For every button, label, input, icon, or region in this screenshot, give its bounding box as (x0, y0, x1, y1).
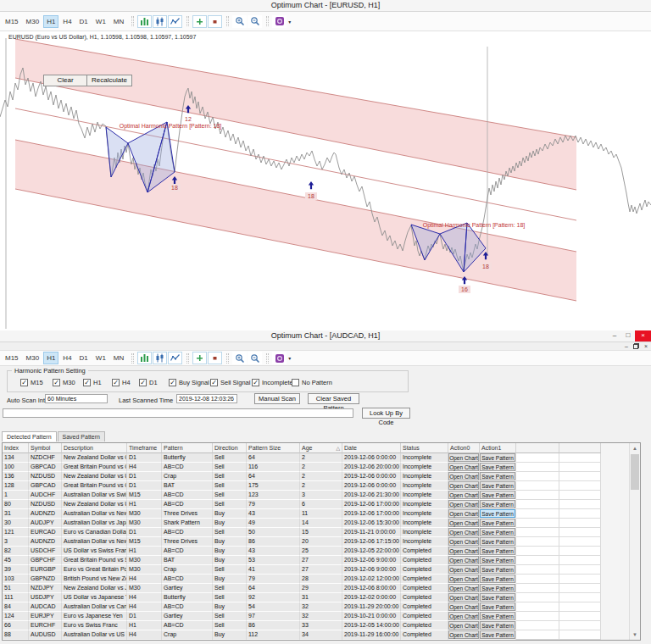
cell-index[interactable]: 103 (3, 575, 29, 584)
timeframe-button-d1[interactable]: D1 (76, 352, 92, 364)
cell-index[interactable]: 121 (3, 528, 29, 537)
cell-pattern-size[interactable]: 79 (247, 500, 300, 509)
cell-symbol[interactable]: GBPNZD (29, 575, 62, 584)
cell-index[interactable]: 80 (3, 500, 29, 509)
scroll-up-icon[interactable]: ▲ (630, 443, 640, 453)
checkbox-sell-signal[interactable]: ✓Sell Signal (210, 379, 250, 386)
cell-direction[interactable]: Sell (213, 528, 247, 537)
checkbox-box[interactable]: ✓ (169, 379, 176, 386)
save-pattern-button[interactable]: Save Pattern (480, 453, 515, 462)
column-header-status[interactable]: Status (401, 443, 448, 453)
save-pattern-button[interactable]: Save Pattern (480, 621, 515, 630)
save-pattern-button[interactable]: Save Pattern (480, 584, 515, 592)
bar-chart-icon[interactable] (137, 352, 152, 364)
cell-age[interactable]: 32 (300, 612, 342, 621)
cell-status[interactable]: Incomplete (401, 472, 448, 481)
save-pattern-button[interactable]: Save Pattern (480, 602, 515, 611)
cell-description[interactable]: US Dollar vs Japanese Yen (62, 593, 127, 602)
close-icon[interactable]: × (635, 330, 651, 341)
open-chart-button[interactable]: Open Chart (448, 621, 479, 630)
cell-status[interactable]: Completed (401, 593, 448, 602)
cell-age[interactable]: 31 (300, 593, 342, 602)
column-header-action0[interactable]: Action0 (448, 443, 480, 453)
cell-direction[interactable]: Sell (213, 612, 247, 621)
cell-description[interactable]: Euro vs Japanese Yen (62, 612, 127, 621)
cell-pattern[interactable]: Gartley (162, 584, 213, 593)
cell-status[interactable]: Incomplete (401, 509, 448, 519)
cell-description[interactable]: Euro vs Swiss Franc (62, 621, 127, 630)
cell-description[interactable]: Great Britain Pound vs Swis.. (62, 556, 127, 565)
cell-symbol[interactable]: NZDCHF (29, 453, 62, 463)
cell-symbol[interactable]: EURGBP (29, 565, 62, 575)
open-chart-button[interactable]: Open Chart (448, 612, 479, 620)
cell-pattern-size[interactable]: 116 (247, 463, 300, 472)
checkbox-d1[interactable]: ✓D1 (139, 379, 158, 386)
cell-age[interactable]: 27 (300, 556, 342, 565)
cell-description[interactable]: Great Britain Pound vs Can .. (62, 463, 127, 472)
cell-pattern-size[interactable]: 92 (247, 593, 300, 602)
timeframe-button-h1[interactable]: H1 (43, 352, 58, 364)
cell-timeframe[interactable]: H4 (127, 630, 162, 640)
cell-description[interactable]: Australian Dollar vs US Dollar (62, 630, 127, 640)
cell-pattern[interactable]: Three Drives (162, 537, 213, 547)
open-chart-button[interactable]: Open Chart (448, 528, 479, 536)
cell-age[interactable]: 2 (300, 463, 342, 472)
mdi-restore-icon[interactable] (633, 343, 639, 349)
cell-timeframe[interactable]: M30 (127, 556, 162, 565)
cell-index[interactable]: 124 (3, 612, 29, 621)
cell-timeframe[interactable]: M30 (127, 509, 162, 519)
cell-pattern[interactable]: AB=CD (162, 602, 213, 612)
cell-index[interactable]: 82 (3, 547, 29, 556)
cell-timeframe[interactable]: D1 (127, 481, 162, 491)
cell-symbol[interactable]: GBPCAD (29, 481, 62, 491)
cell-timeframe[interactable]: M15 (127, 491, 162, 500)
cell-description[interactable]: New Zealand Dollar vs CHF (62, 453, 127, 463)
open-chart-button[interactable]: Open Chart (448, 519, 479, 527)
save-pattern-button[interactable]: Save Pattern (480, 491, 515, 499)
titlebar[interactable]: Optimum Chart - [AUDCAD, H1] – □ × (0, 330, 651, 342)
cell-index[interactable]: 30 (3, 519, 29, 528)
cell-direction[interactable]: Sell (213, 463, 247, 472)
open-chart-button[interactable]: Open Chart (448, 491, 479, 499)
timeframe-button-m15[interactable]: M15 (2, 352, 22, 364)
cell-pattern[interactable]: Butterfly (162, 453, 213, 463)
cell-status[interactable]: Incomplete (401, 500, 448, 509)
cell-age[interactable]: 15 (300, 528, 342, 537)
cell-date[interactable]: 2019-12-05 14:00:00 (342, 621, 401, 630)
checkbox-box[interactable]: ✓ (20, 379, 28, 386)
cell-pattern[interactable]: AB=CD (162, 463, 213, 472)
cell-pattern[interactable]: AB=CD (162, 528, 213, 537)
cell-date[interactable]: 2019-12-02 12:00:00 (342, 575, 401, 584)
zoom-out-icon[interactable] (248, 352, 262, 364)
column-header-pattern[interactable]: Pattern (162, 443, 213, 453)
cell-symbol[interactable]: USDJPY (29, 593, 62, 602)
cell-symbol[interactable]: AUDCHF (29, 491, 62, 500)
cell-direction[interactable]: Sell (213, 481, 247, 491)
clear-saved-pattern-button[interactable]: Clear Saved Pattern (308, 393, 359, 404)
column-header-empty[interactable] (516, 443, 559, 453)
cell-description[interactable]: New Zealand Dollar vs Jap.. (62, 584, 127, 593)
column-header-date[interactable]: Date (342, 443, 401, 453)
save-pattern-button[interactable]: Save Pattern (480, 481, 515, 490)
cell-description[interactable]: Euro vs Great Britain Pound (62, 565, 127, 575)
checkbox-box[interactable] (292, 379, 299, 386)
checkbox-no-pattern[interactable]: No Pattern (292, 379, 332, 386)
timeframe-button-mn[interactable]: MN (110, 15, 127, 28)
line-chart-icon[interactable] (168, 15, 182, 28)
cell-direction[interactable]: Sell (213, 584, 247, 593)
checkbox-h1[interactable]: ✓H1 (83, 379, 102, 386)
cell-date[interactable]: 2019-12-06 17:00:00 (342, 500, 401, 509)
open-chart-button[interactable]: Open Chart (448, 500, 479, 508)
cell-date[interactable]: 2019-11-29 20:00:00 (342, 602, 401, 612)
cell-status[interactable]: Incomplete (401, 528, 448, 537)
cell-description[interactable]: Australian Dollar vs New Ze.. (62, 509, 127, 519)
cell-date[interactable]: 2019-12-06 0:00:00 (342, 453, 401, 463)
open-chart-button[interactable]: Open Chart (448, 463, 479, 471)
cell-symbol[interactable]: NZDUSD (29, 472, 62, 481)
cell-pattern-size[interactable]: 97 (247, 612, 300, 621)
timeframe-button-mn[interactable]: MN (110, 352, 127, 364)
cell-status[interactable]: Incomplete (401, 519, 448, 528)
cell-date[interactable]: 2019-12-06 17:15:00 (342, 537, 401, 547)
cell-symbol[interactable]: EURCAD (29, 528, 62, 537)
chevron-down-icon[interactable]: ▾ (288, 19, 291, 25)
